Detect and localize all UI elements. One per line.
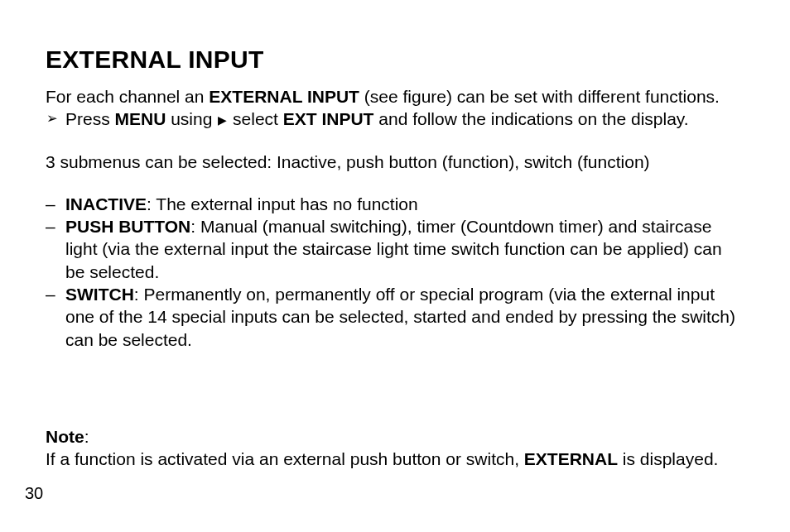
list-item: – SWITCH: Permanently on, permanently of…	[46, 283, 749, 351]
note-colon: :	[84, 427, 89, 446]
item1-term: INACTIVE	[65, 194, 147, 213]
triangle-right-icon: ▶	[217, 113, 228, 127]
instruction-text: Press MENU using ▶ select EXT INPUT and …	[65, 108, 689, 130]
body-text: For each channel an EXTERNAL INPUT (see …	[46, 85, 749, 471]
page-number: 30	[25, 484, 43, 503]
note-post: is displayed.	[618, 449, 718, 468]
instr-pre: Press	[65, 109, 115, 128]
instr-mid1: using	[166, 109, 217, 128]
intro-bold: EXTERNAL INPUT	[209, 87, 359, 106]
item3-desc: : Permanently on, permanently off or spe…	[65, 285, 735, 349]
instr-menu: MENU	[115, 109, 166, 128]
note-bold: EXTERNAL	[524, 449, 618, 468]
intro-pre: For each channel an	[46, 87, 209, 106]
instruction-row: ➢ Press MENU using ▶ select EXT INPUT an…	[46, 108, 749, 130]
instr-ext: EXT INPUT	[283, 109, 374, 128]
item3-term: SWITCH	[65, 285, 134, 304]
intro-paragraph: For each channel an EXTERNAL INPUT (see …	[46, 85, 749, 108]
note-label: Note	[46, 427, 84, 446]
submenus-text: 3 submenus can be selected: Inactive, pu…	[46, 151, 749, 173]
dash-icon: –	[46, 193, 65, 215]
item1-desc: : The external input has no function	[147, 194, 418, 213]
page-title: EXTERNAL INPUT	[46, 46, 749, 74]
note-block: Note: If a function is activated via an …	[46, 425, 749, 471]
intro-post: (see figure) can be set with different f…	[359, 87, 720, 106]
note-text: If a function is activated via an extern…	[46, 448, 749, 470]
list-item: – INACTIVE: The external input has no fu…	[46, 193, 749, 215]
item2-term: PUSH BUTTON	[65, 217, 190, 236]
chevron-right-icon: ➢	[46, 108, 65, 130]
instr-post: and follow the indications on the displa…	[373, 109, 688, 128]
document-page: EXTERNAL INPUT For each channel an EXTER…	[0, 0, 790, 532]
dash-icon: –	[46, 283, 65, 351]
instr-mid2: select	[228, 109, 283, 128]
dash-icon: –	[46, 215, 65, 283]
note-pre: If a function is activated via an extern…	[46, 449, 524, 468]
definition-list: – INACTIVE: The external input has no fu…	[46, 193, 749, 351]
list-item: – PUSH BUTTON: Manual (manual switching)…	[46, 215, 749, 283]
